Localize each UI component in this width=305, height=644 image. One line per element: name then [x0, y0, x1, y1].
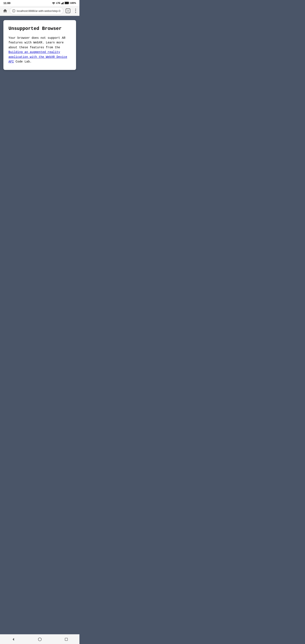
browser-chrome: localhost:8888/ar-with-webxr/step-0: 3: [0, 6, 80, 16]
info-icon: [12, 9, 16, 12]
menu-button[interactable]: [73, 8, 78, 14]
menu-dot-2: [75, 10, 76, 11]
svg-point-0: [53, 4, 54, 4]
status-icons: LTE 100%: [52, 2, 76, 4]
wifi-icon: [52, 2, 55, 4]
battery-text: 100%: [70, 2, 76, 4]
menu-dot-1: [75, 9, 76, 10]
menu-dot-3: [75, 12, 76, 13]
svg-rect-3: [63, 2, 64, 4]
tab-switcher-button[interactable]: 3: [65, 8, 71, 14]
home-button[interactable]: [2, 8, 8, 14]
card-body-text-1: Your browser does not support AR feature…: [8, 36, 66, 49]
tab-count: 3: [66, 8, 70, 13]
unsupported-browser-card: Unsupported Browser Your browser does no…: [4, 20, 76, 70]
signal-icon: [61, 2, 64, 4]
page-content: Unsupported Browser Your browser does no…: [0, 16, 80, 152]
svg-rect-6: [65, 2, 68, 4]
svg-rect-1: [61, 4, 62, 4]
card-title: Unsupported Browser: [8, 26, 71, 31]
svg-rect-5: [68, 2, 69, 4]
battery-icon: [64, 2, 69, 4]
svg-rect-2: [62, 3, 63, 4]
home-icon: [3, 8, 8, 13]
status-bar: 11:00 LTE 100%: [0, 0, 80, 6]
address-bar[interactable]: localhost:8888/ar-with-webxr/step-0:: [10, 7, 63, 14]
address-text: localhost:8888/ar-with-webxr/step-0:: [17, 9, 61, 12]
lte-text: LTE: [56, 2, 60, 4]
card-body: Your browser does not support AR feature…: [8, 36, 71, 64]
card-body-text-2: Code Lab.: [14, 60, 32, 63]
status-time: 11:00: [4, 2, 10, 5]
